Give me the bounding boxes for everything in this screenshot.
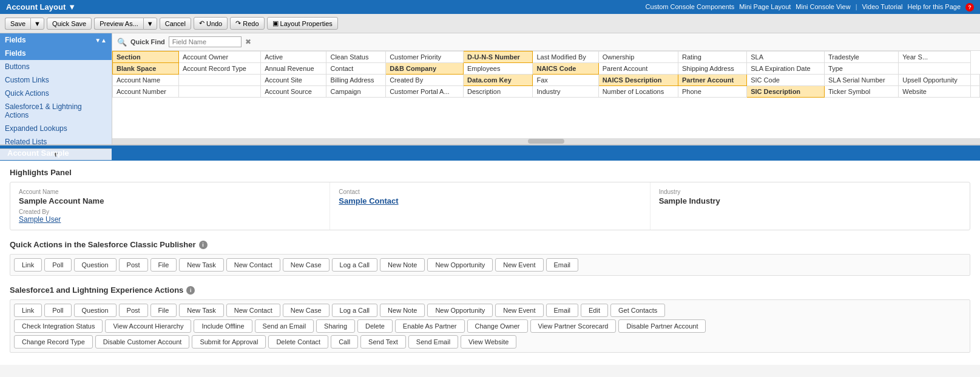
qa-info-icon[interactable]: i: [199, 241, 208, 249]
field-cell[interactable]: [971, 86, 980, 98]
qa-action-button[interactable]: New Event: [495, 258, 543, 272]
field-cell[interactable]: Employees: [464, 63, 533, 75]
qa-action-button[interactable]: Poll: [44, 258, 71, 272]
field-cell[interactable]: D-U-N-S Number: [464, 52, 533, 63]
field-cell[interactable]: Rating: [678, 52, 747, 63]
sf1-action-button[interactable]: Send Email: [408, 335, 458, 349]
field-cell[interactable]: Created By: [386, 75, 464, 86]
created-by-value[interactable]: Sample User: [19, 215, 321, 224]
sf1-action-button[interactable]: Email: [546, 304, 579, 317]
field-cell[interactable]: Website: [899, 86, 971, 98]
sf1-action-button[interactable]: Enable As Partner: [395, 319, 465, 333]
sf1-action-button[interactable]: Poll: [44, 304, 71, 317]
qa-action-button[interactable]: Post: [119, 258, 148, 272]
custom-console-link[interactable]: Custom Console Components: [646, 3, 735, 12]
quick-find-input[interactable]: [169, 36, 242, 47]
field-cell[interactable]: Active: [261, 52, 326, 63]
sidebar-item-sf1-actions[interactable]: Salesforce1 & Lightning Actions: [0, 100, 112, 122]
sf1-action-button[interactable]: Call: [331, 335, 358, 349]
field-cell[interactable]: Number of Locations: [598, 86, 678, 98]
save-button[interactable]: Save: [5, 18, 30, 30]
field-cell[interactable]: NAICS Description: [598, 75, 678, 86]
field-cell[interactable]: [899, 63, 971, 75]
help-page-link[interactable]: Help for this Page: [908, 3, 961, 12]
field-cell[interactable]: Description: [464, 86, 533, 98]
field-cell[interactable]: Customer Priority: [386, 52, 464, 63]
field-cell[interactable]: Last Modified By: [533, 52, 598, 63]
field-cell[interactable]: SLA: [747, 52, 825, 63]
field-cell[interactable]: Data.com Key: [464, 75, 533, 86]
sf1-action-button[interactable]: Disable Partner Account: [618, 319, 706, 333]
field-cell[interactable]: [178, 86, 260, 98]
cancel-button[interactable]: Cancel: [160, 18, 191, 30]
sf1-action-button[interactable]: Check Integration Status: [14, 319, 103, 333]
qa-action-button[interactable]: Link: [14, 258, 42, 272]
sf1-action-button[interactable]: New Case: [283, 304, 329, 317]
qa-action-button[interactable]: Question: [74, 258, 117, 272]
field-cell[interactable]: Fax: [533, 75, 598, 86]
sf1-action-button[interactable]: Submit for Approval: [192, 335, 266, 349]
quick-save-button[interactable]: Quick Save: [47, 18, 92, 30]
sf1-action-button[interactable]: Delete Contact: [268, 335, 328, 349]
field-cell[interactable]: Account Number: [113, 86, 179, 98]
sf1-action-button[interactable]: New Note: [380, 304, 425, 317]
field-cell[interactable]: Contact: [326, 63, 386, 75]
field-cell[interactable]: Parent Account: [598, 63, 678, 75]
field-cell[interactable]: NAICS Code: [533, 63, 598, 75]
qa-action-button[interactable]: File: [150, 258, 177, 272]
dropdown-arrow-icon[interactable]: ▼: [68, 2, 76, 12]
quick-find-clear-button[interactable]: ✖: [245, 38, 251, 46]
layout-properties-button[interactable]: ▣ Layout Properties: [267, 17, 338, 30]
sf1-action-button[interactable]: Edit: [581, 304, 608, 317]
sidebar-item-related-lists[interactable]: Related Lists: [0, 135, 112, 148]
sf1-action-button[interactable]: New Event: [495, 304, 543, 317]
field-cell[interactable]: SIC Code: [747, 75, 825, 86]
qa-action-button[interactable]: New Task: [179, 258, 223, 272]
field-cell[interactable]: Phone: [678, 86, 747, 98]
save-dropdown-button[interactable]: ▼: [30, 18, 44, 30]
sf1-action-button[interactable]: Log a Call: [332, 304, 378, 317]
sf1-action-button[interactable]: View Partner Scorecard: [530, 319, 617, 333]
sf1-action-button[interactable]: Question: [74, 304, 117, 317]
preview-dropdown-button[interactable]: ▼: [143, 18, 157, 30]
sidebar-item-fields[interactable]: Fields: [0, 47, 112, 60]
field-cell[interactable]: Account Site: [261, 75, 326, 86]
field-cell[interactable]: Section: [113, 52, 179, 63]
field-cell[interactable]: Account Owner: [178, 52, 260, 63]
sf1-action-button[interactable]: Get Contacts: [610, 304, 665, 317]
sf1-action-button[interactable]: Change Owner: [467, 319, 528, 333]
preview-button[interactable]: Preview As...: [94, 18, 143, 30]
field-cell[interactable]: Year S...: [899, 52, 971, 63]
mini-page-layout-link[interactable]: Mini Page Layout: [739, 3, 791, 12]
sidebar-item-buttons[interactable]: Buttons: [0, 60, 112, 73]
qa-action-button[interactable]: Log a Call: [332, 258, 378, 272]
field-cell[interactable]: D&B Company: [386, 63, 464, 75]
field-cell[interactable]: Ticker Symbol: [825, 86, 899, 98]
sf1-action-button[interactable]: View Website: [461, 335, 516, 349]
sf1-action-button[interactable]: Send an Email: [255, 319, 314, 333]
video-tutorial-link[interactable]: Video Tutorial: [862, 3, 902, 12]
field-cell[interactable]: SLA Expiration Date: [747, 63, 825, 75]
field-cell[interactable]: Account Name: [113, 75, 179, 86]
field-cell[interactable]: Industry: [533, 86, 598, 98]
field-cell[interactable]: Annual Revenue: [261, 63, 326, 75]
sf1-action-button[interactable]: New Task: [179, 304, 223, 317]
scrollbar-thumb[interactable]: [528, 139, 564, 144]
field-cell[interactable]: Shipping Address: [678, 63, 747, 75]
field-cell[interactable]: Upsell Opportunity: [899, 75, 971, 86]
sidebar-item-expanded-lookups[interactable]: Expanded Lookups: [0, 122, 112, 135]
field-cell[interactable]: Billing Address: [326, 75, 386, 86]
field-cell[interactable]: Customer Portal A...: [386, 86, 464, 98]
redo-button[interactable]: ↷ Redo: [230, 17, 264, 30]
sf1-action-button[interactable]: Link: [14, 304, 42, 317]
undo-button[interactable]: ↶ Undo: [194, 17, 228, 30]
sidebar-item-quick-actions[interactable]: Quick Actions: [0, 87, 112, 100]
sf1-action-button[interactable]: Send Text: [360, 335, 406, 349]
mini-console-view-link[interactable]: Mini Console View: [796, 3, 850, 12]
sidebar-item-custom-links[interactable]: Custom Links: [0, 73, 112, 87]
qa-action-button[interactable]: New Contact: [226, 258, 280, 272]
field-cell[interactable]: Blank Space: [113, 63, 179, 75]
field-cell[interactable]: SIC Description: [747, 86, 825, 98]
qa-action-button[interactable]: New Case: [283, 258, 329, 272]
field-cell[interactable]: Tradestyle: [825, 52, 899, 63]
